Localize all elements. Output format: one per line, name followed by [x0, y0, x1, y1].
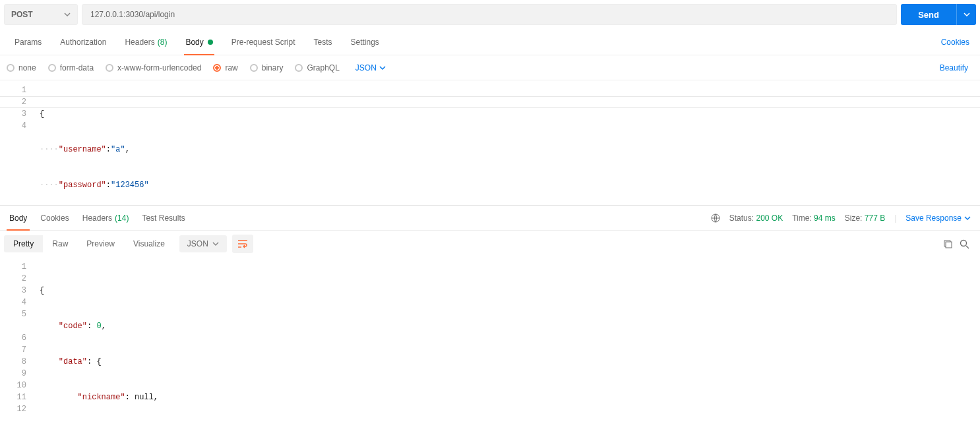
body-raw-radio[interactable]: raw [213, 63, 237, 72]
resp-tab-cookies[interactable]: Cookies [34, 206, 75, 230]
beautify-link[interactable]: Beautify [934, 63, 973, 72]
chevron-down-icon [64, 11, 71, 18]
resp-tab-headers[interactable]: Headers (14) [76, 206, 136, 230]
wrap-icon [237, 239, 248, 248]
radio-icon [106, 64, 113, 72]
code-area[interactable]: { "code": 0, "data": { "nickname": null,… [33, 257, 980, 427]
svg-point-2 [961, 240, 967, 246]
chevron-down-icon [379, 65, 386, 71]
resp-tab-body[interactable]: Body [3, 206, 34, 230]
body-xwww-radio[interactable]: x-www-form-urlencoded [106, 63, 201, 72]
url-input[interactable]: 127.0.0.1:3030/api/login [82, 4, 897, 25]
method-label: POST [11, 10, 33, 19]
chevron-down-icon [964, 11, 970, 18]
svg-rect-1 [946, 242, 952, 248]
view-pretty[interactable]: Pretty [4, 235, 43, 252]
save-response-link[interactable]: Save Response [905, 214, 971, 223]
response-body-editor[interactable]: 123456789101112 { "code": 0, "data": { "… [0, 257, 980, 427]
chevron-down-icon [212, 241, 219, 247]
radio-selected-icon [213, 64, 221, 72]
radio-icon [250, 64, 258, 72]
cookies-link[interactable]: Cookies [936, 38, 975, 47]
size-label: Size: 777 B [845, 214, 885, 223]
search-icon[interactable] [960, 239, 969, 249]
radio-icon [295, 64, 303, 72]
tab-params[interactable]: Params [5, 29, 51, 55]
raw-format-select[interactable]: JSON [355, 63, 386, 72]
radio-icon [48, 64, 56, 72]
resp-tab-tests[interactable]: Test Results [135, 206, 191, 230]
request-body-editor[interactable]: 1234 { ····"username":"a", ····"password… [0, 80, 980, 206]
copy-icon[interactable] [943, 239, 953, 249]
active-line-highlight [0, 96, 980, 108]
tab-authorization[interactable]: Authorization [51, 29, 115, 55]
tab-settings[interactable]: Settings [342, 29, 388, 55]
method-select[interactable]: POST [4, 4, 78, 25]
tab-body[interactable]: Body [176, 29, 222, 55]
radio-icon [7, 64, 15, 72]
view-mode-segment: Pretty Raw Preview Visualize [4, 235, 174, 252]
view-preview[interactable]: Preview [77, 235, 124, 252]
view-visualize[interactable]: Visualize [124, 235, 174, 252]
wrap-lines-button[interactable] [232, 235, 253, 253]
chevron-down-icon [964, 215, 971, 221]
time-label: Time: 94 ms [792, 214, 836, 223]
line-gutter: 123456789101112 [0, 257, 33, 427]
status-label: Status: 200 OK [729, 214, 783, 223]
send-button[interactable]: Send [901, 4, 956, 25]
body-graphql-radio[interactable]: GraphQL [295, 63, 339, 72]
tab-headers[interactable]: Headers (8) [115, 29, 176, 55]
modified-dot-icon [208, 40, 213, 45]
send-dropdown-button[interactable] [956, 4, 976, 25]
body-binary-radio[interactable]: binary [250, 63, 284, 72]
resp-format-select[interactable]: JSON [179, 235, 227, 252]
globe-icon[interactable] [711, 214, 720, 223]
view-raw[interactable]: Raw [43, 235, 77, 252]
tab-prerequest[interactable]: Pre-request Script [222, 29, 305, 55]
body-none-radio[interactable]: none [7, 63, 36, 72]
tab-tests[interactable]: Tests [304, 29, 341, 55]
body-formdata-radio[interactable]: form-data [48, 63, 94, 72]
